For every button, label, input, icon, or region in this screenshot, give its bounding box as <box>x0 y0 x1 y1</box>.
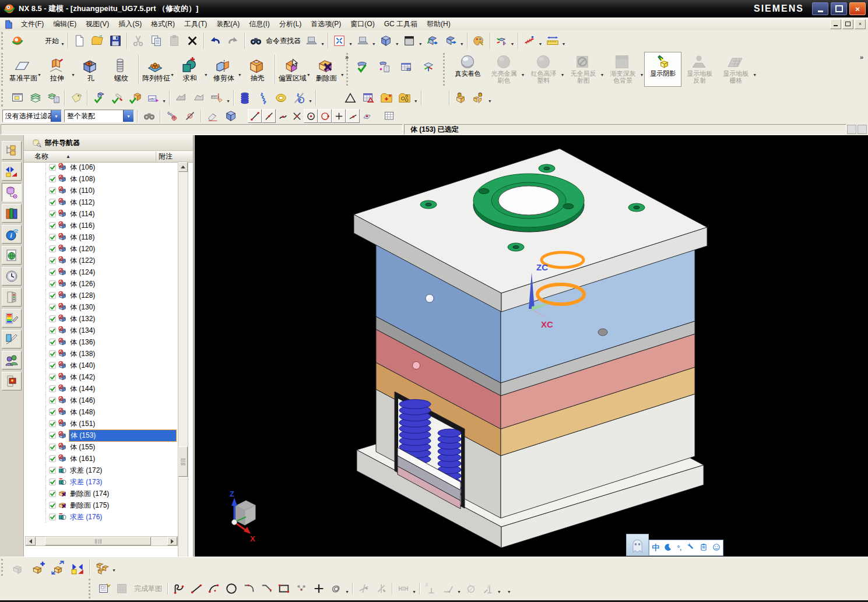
tree-row[interactable]: 体 (161) <box>24 453 178 464</box>
tree-row[interactable]: 体 (120) <box>24 243 178 255</box>
gc-washer-button[interactable] <box>273 90 290 107</box>
hole-button[interactable]: 孔 <box>76 53 106 86</box>
checkbox-checked-icon[interactable] <box>48 268 57 276</box>
new-button[interactable] <box>71 33 88 50</box>
gc-spring-x-button[interactable] <box>291 90 308 107</box>
tree-row[interactable]: 体 (128) <box>24 290 178 301</box>
shell-button[interactable]: 抽壳 <box>243 53 273 86</box>
selection-filter-combo[interactable]: 没有选择过滤器 ▼ <box>2 110 62 122</box>
ime-clipboard-icon[interactable] <box>700 543 708 553</box>
tree-row[interactable]: 体 (148) <box>24 406 178 418</box>
overflow-chevron[interactable]: » <box>345 54 349 61</box>
tree-item-label[interactable]: 体 (120) <box>69 244 97 255</box>
show-shadow-button[interactable]: 显示阴影 <box>644 52 681 87</box>
status-mini-icon[interactable] <box>858 125 867 134</box>
column-note[interactable]: 附注 <box>156 152 173 161</box>
assembly-constraint-button[interactable] <box>68 558 87 577</box>
point-button[interactable] <box>311 580 327 597</box>
fit-view-button[interactable] <box>331 33 348 50</box>
mdi-minimize-button[interactable] <box>830 19 841 29</box>
move-component-button[interactable] <box>48 558 67 577</box>
cube-select-button[interactable] <box>222 108 239 125</box>
status-mini-icon[interactable] <box>847 125 856 134</box>
snap-center-button[interactable] <box>304 109 318 123</box>
chevron-down-icon[interactable]: ▼ <box>497 590 501 594</box>
tree-row[interactable]: 体 (134) <box>24 325 178 336</box>
snap-intersection-button[interactable] <box>290 109 304 123</box>
command-finder-button[interactable] <box>248 33 265 50</box>
checkbox-checked-icon[interactable] <box>48 221 57 230</box>
tree-item-label[interactable]: 体 (148) <box>69 407 97 418</box>
toolbar-handle[interactable] <box>89 579 94 599</box>
tree-item-label[interactable]: 求差 (172) <box>69 465 104 476</box>
extrude-button[interactable]: 拉伸 <box>42 53 72 86</box>
layer-settings-button[interactable] <box>27 90 44 107</box>
constraint-navigator-button[interactable] <box>2 162 22 181</box>
chevron-down-icon[interactable]: ▼ <box>307 73 311 77</box>
profile-button[interactable] <box>171 580 187 597</box>
save-button[interactable] <box>107 33 124 50</box>
section-analysis-button[interactable] <box>209 90 226 107</box>
chevron-down-icon[interactable]: ▼ <box>460 42 464 46</box>
snap-midpoint-button[interactable] <box>262 109 276 123</box>
tree-row[interactable]: 体 (124) <box>24 266 178 278</box>
tree-item-label[interactable]: 体 (136) <box>69 337 97 348</box>
tree-item-label[interactable]: 体 (138) <box>69 348 97 360</box>
sketch-new-button[interactable] <box>96 580 113 597</box>
tree-row[interactable]: 体 (144) <box>24 383 178 395</box>
tree-row[interactable]: 求差 (176) <box>24 511 178 523</box>
chevron-down-icon[interactable]: ▼ <box>521 73 525 77</box>
trim-body-button[interactable]: 修剪体 <box>209 53 239 86</box>
checkbox-checked-icon[interactable] <box>48 256 57 265</box>
tree-row[interactable]: 求差 (172) <box>24 464 178 476</box>
tree-item-label[interactable]: 求差 (173) <box>69 477 104 488</box>
checkbox-checked-icon[interactable] <box>48 303 57 311</box>
ime-wrench-icon[interactable] <box>686 543 694 553</box>
tree-item-label[interactable]: 体 (128) <box>69 290 97 301</box>
graphics-window[interactable]: ZC XC Z X <box>195 135 868 557</box>
tree-row[interactable]: 体 (126) <box>24 278 178 290</box>
menu-item-11[interactable]: 窗口(O) <box>346 18 379 30</box>
tree-row[interactable]: 求差 (173) <box>24 476 178 488</box>
tree-row[interactable]: 体 (130) <box>24 301 178 313</box>
assembly-check-button[interactable] <box>126 90 143 107</box>
tree-item-label[interactable]: 体 (132) <box>69 314 97 325</box>
roles-button[interactable] <box>2 351 22 369</box>
scroll-left-button[interactable] <box>26 537 36 545</box>
sync-part-table-button[interactable] <box>398 59 419 80</box>
menu-item-3[interactable]: 视图(V) <box>81 18 114 30</box>
tree-row[interactable]: 体 (114) <box>24 208 178 220</box>
checkbox-checked-icon[interactable] <box>48 466 57 474</box>
menu-item-4[interactable]: 插入(S) <box>114 18 146 30</box>
fillet-button[interactable] <box>241 580 257 597</box>
checkbox-checked-icon[interactable] <box>48 455 57 463</box>
copy-button[interactable] <box>148 33 165 50</box>
sync-reorient-button[interactable] <box>420 59 441 80</box>
close-button[interactable]: × <box>849 2 866 15</box>
menu-item-7[interactable]: 装配(A) <box>212 18 244 30</box>
add-component-button[interactable] <box>29 558 47 577</box>
checkbox-checked-icon[interactable] <box>48 396 57 404</box>
assembly-navigator-button[interactable] <box>2 141 22 160</box>
maximize-button[interactable] <box>831 2 847 15</box>
chevron-down-icon[interactable]: ▼ <box>308 99 312 103</box>
tree-row[interactable]: 删除面 (174) <box>24 488 178 499</box>
chevron-down-icon[interactable]: ▼ <box>600 73 604 77</box>
gc-cylinder-button[interactable] <box>237 90 254 107</box>
checkbox-checked-icon[interactable] <box>48 385 57 393</box>
checkbox-checked-icon[interactable] <box>48 163 57 171</box>
tree-row[interactable]: 体 (132) <box>24 313 178 325</box>
chevron-down-icon[interactable]: ▼ <box>753 73 757 77</box>
menu-item-6[interactable]: 工具(T) <box>180 18 212 30</box>
arc-button[interactable] <box>206 580 222 597</box>
checkbox-checked-icon[interactable] <box>48 326 57 335</box>
chevron-down-icon[interactable]: ▼ <box>71 73 75 77</box>
gc-spring-button[interactable] <box>255 90 272 107</box>
chevron-down-icon[interactable]: ▼ <box>204 73 208 77</box>
reuse-library-button[interactable] <box>2 204 22 223</box>
chevron-down-icon[interactable]: ▼ <box>238 73 242 77</box>
tree-row[interactable]: 体 (140) <box>24 360 178 371</box>
circle-button[interactable] <box>223 580 240 597</box>
toolbar-handle[interactable] <box>443 53 449 86</box>
column-name[interactable]: 名称▲ <box>24 152 156 161</box>
